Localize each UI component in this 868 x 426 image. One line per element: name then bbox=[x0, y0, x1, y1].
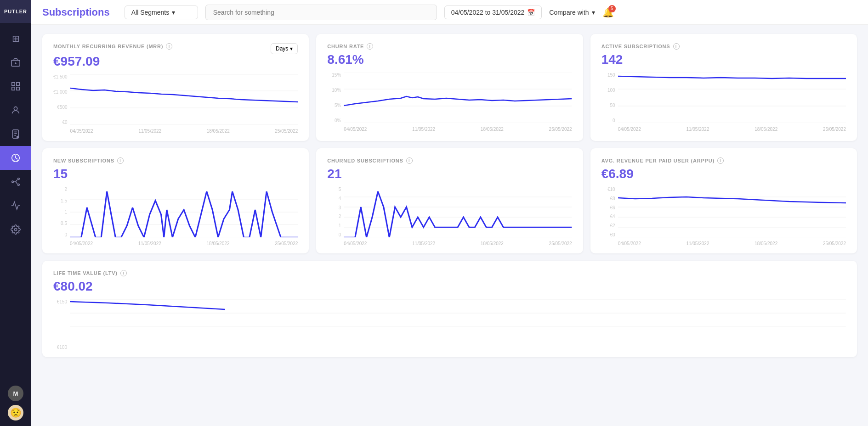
calendar-icon: 📅 bbox=[527, 9, 535, 16]
svg-rect-5 bbox=[17, 87, 19, 90]
churn-y-axis: 15%10%5%0% bbox=[327, 73, 344, 123]
sidebar-item-reports[interactable] bbox=[0, 122, 31, 146]
sidebar-item-affiliates[interactable] bbox=[0, 170, 31, 194]
arppu-chart-area: €10€8€6€4€2€0 04/05/202211/05/202 bbox=[601, 187, 846, 246]
svg-rect-6 bbox=[12, 87, 15, 90]
ltv-chart bbox=[70, 299, 846, 350]
arppu-x-labels: 04/05/202211/05/202218/05/202225/05/2022 bbox=[618, 241, 846, 246]
search-input[interactable] bbox=[205, 5, 437, 20]
churned-value: 21 bbox=[327, 167, 572, 181]
new-subs-y-axis: 21.510.50 bbox=[53, 187, 70, 237]
arppu-label: AVG. REVENUE PER PAID USER (ARPPU) i bbox=[601, 157, 846, 164]
sidebar-item-revenue[interactable] bbox=[0, 50, 31, 74]
mrr-x-labels: 04/05/202211/05/202218/05/202225/05/2022 bbox=[70, 129, 298, 134]
svg-point-16 bbox=[18, 184, 20, 186]
arppu-value: €6.89 bbox=[601, 167, 846, 181]
churned-chart: 04/05/202211/05/202218/05/202225/05/2022 bbox=[344, 187, 572, 246]
date-range-picker[interactable]: 04/05/2022 to 31/05/2022 📅 bbox=[444, 6, 542, 19]
user-avatar-emoji[interactable]: 😟 bbox=[8, 405, 23, 420]
active-subs-card: ACTIVE SUBSCRIPTIONS i 142 150100500 bbox=[590, 34, 857, 141]
segment-selector[interactable]: All Segments ▾ bbox=[125, 6, 198, 19]
ltv-info-icon[interactable]: i bbox=[120, 270, 127, 276]
churn-card: CHURN RATE i 8.61% 15%10%5%0% bbox=[316, 34, 583, 141]
arppu-chart: 04/05/202211/05/202218/05/202225/05/2022 bbox=[618, 187, 846, 246]
arppu-y-axis: €10€8€6€4€2€0 bbox=[601, 187, 618, 237]
mrr-header: MONTHLY RECURRING REVENUE (MRR) i Days ▾ bbox=[53, 43, 298, 54]
notification-bell[interactable]: 🔔 5 bbox=[602, 7, 614, 18]
new-subs-chart: 04/05/202211/05/202218/05/202225/05/2022 bbox=[70, 187, 298, 246]
sidebar-item-dashboard[interactable]: ⊞ bbox=[0, 27, 31, 50]
chevron-down-icon: ▾ bbox=[172, 9, 175, 16]
churn-x-labels: 04/05/202211/05/202218/05/202225/05/2022 bbox=[344, 127, 572, 132]
page-title: Subscriptions bbox=[42, 6, 110, 18]
churned-subs-card: CHURNED SUBSCRIPTIONS i 21 543210 bbox=[316, 148, 583, 253]
user-avatar-m[interactable]: M bbox=[8, 386, 23, 401]
sidebar-item-settings[interactable] bbox=[0, 218, 31, 241]
mrr-card: MONTHLY RECURRING REVENUE (MRR) i Days ▾… bbox=[42, 34, 309, 141]
active-subs-chart-area: 150100500 04/05/202211/05/202218/05/2022… bbox=[601, 73, 846, 132]
arppu-card: AVG. REVENUE PER PAID USER (ARPPU) i €6.… bbox=[590, 148, 857, 253]
app-logo: PUTLER bbox=[0, 0, 31, 23]
svg-point-14 bbox=[12, 181, 14, 183]
svg-rect-3 bbox=[12, 83, 15, 85]
days-button[interactable]: Days ▾ bbox=[271, 43, 298, 54]
active-subs-label: ACTIVE SUBSCRIPTIONS i bbox=[601, 43, 846, 50]
segment-label: All Segments bbox=[131, 9, 169, 16]
churn-label: CHURN RATE i bbox=[327, 43, 572, 50]
churn-chart-area: 15%10%5%0% 04/05/202211/05/202218/05/202… bbox=[327, 73, 572, 132]
mrr-value: €957.09 bbox=[53, 54, 298, 69]
mrr-y-axis: €1,500€1,000€500€0 bbox=[53, 74, 70, 125]
churned-y-axis: 543210 bbox=[327, 187, 344, 237]
mrr-label: MONTHLY RECURRING REVENUE (MRR) i bbox=[53, 43, 172, 50]
topbar: Subscriptions All Segments ▾ 04/05/2022 … bbox=[31, 0, 868, 25]
active-subs-info-icon[interactable]: i bbox=[673, 43, 680, 50]
metrics-grid: MONTHLY RECURRING REVENUE (MRR) i Days ▾… bbox=[31, 25, 868, 426]
svg-point-15 bbox=[18, 178, 20, 180]
new-subs-value: 15 bbox=[53, 167, 298, 181]
active-y-axis: 150100500 bbox=[601, 73, 618, 123]
churned-info-icon[interactable]: i bbox=[406, 157, 413, 164]
new-subs-x-labels: 04/05/202211/05/202218/05/202225/05/2022 bbox=[70, 241, 298, 246]
svg-point-7 bbox=[14, 107, 17, 110]
ltv-chart-area: €150€100 bbox=[53, 299, 846, 350]
date-range-label: 04/05/2022 to 31/05/2022 bbox=[451, 9, 525, 16]
churn-value: 8.61% bbox=[327, 52, 572, 67]
chevron-down-icon: ▾ bbox=[592, 9, 595, 16]
sidebar-bottom: M 😟 bbox=[8, 386, 23, 426]
new-subs-label: NEW SUBSCRIPTIONS i bbox=[53, 157, 298, 164]
ltv-y-axis: €150€100 bbox=[53, 299, 70, 350]
sidebar: PUTLER ⊞ M 😟 bbox=[0, 0, 31, 426]
svg-point-12 bbox=[17, 136, 19, 139]
sidebar-nav: ⊞ bbox=[0, 23, 31, 386]
active-chart: 04/05/202211/05/202218/05/202225/05/2022 bbox=[618, 73, 846, 132]
new-subs-card: NEW SUBSCRIPTIONS i 15 21.510.50 bbox=[42, 148, 309, 253]
mrr-chart: 04/05/202211/05/202218/05/202225/05/2022 bbox=[70, 74, 298, 134]
churned-x-labels: 04/05/202211/05/202218/05/202225/05/2022 bbox=[344, 241, 572, 246]
sidebar-item-analytics[interactable] bbox=[0, 194, 31, 218]
main-content: Subscriptions All Segments ▾ 04/05/2022 … bbox=[31, 0, 868, 426]
compare-label: Compare with bbox=[549, 9, 589, 16]
ltv-label: LIFE TIME VALUE (LTV) i bbox=[53, 270, 846, 276]
mrr-chart-area: €1,500€1,000€500€0 04/05/202211/05/20221… bbox=[53, 74, 298, 134]
churned-label: CHURNED SUBSCRIPTIONS i bbox=[327, 157, 572, 164]
churn-info-icon[interactable]: i bbox=[367, 43, 373, 50]
chevron-down-icon: ▾ bbox=[290, 45, 293, 52]
sidebar-item-subscriptions[interactable] bbox=[0, 146, 31, 170]
sidebar-item-products[interactable] bbox=[0, 74, 31, 98]
sidebar-item-customers[interactable] bbox=[0, 98, 31, 122]
mrr-info-icon[interactable]: i bbox=[166, 43, 172, 50]
active-subs-value: 142 bbox=[601, 52, 846, 67]
active-x-labels: 04/05/202211/05/202218/05/202225/05/2022 bbox=[618, 127, 846, 132]
new-subs-chart-area: 21.510.50 04/05/202211/05/202218/05/2022… bbox=[53, 187, 298, 246]
new-subs-info-icon[interactable]: i bbox=[117, 157, 124, 164]
svg-rect-4 bbox=[17, 83, 19, 85]
ltv-value: €80.02 bbox=[53, 279, 846, 294]
ltv-card: LIFE TIME VALUE (LTV) i €80.02 €150€100 bbox=[42, 261, 857, 357]
churn-chart: 04/05/202211/05/202218/05/202225/05/2022 bbox=[344, 73, 572, 132]
churned-chart-area: 543210 04/05/202211/05/202218/05/ bbox=[327, 187, 572, 246]
notification-count: 5 bbox=[608, 5, 616, 12]
arppu-info-icon[interactable]: i bbox=[717, 157, 724, 164]
compare-button[interactable]: Compare with ▾ bbox=[549, 9, 595, 16]
svg-point-17 bbox=[14, 228, 17, 231]
